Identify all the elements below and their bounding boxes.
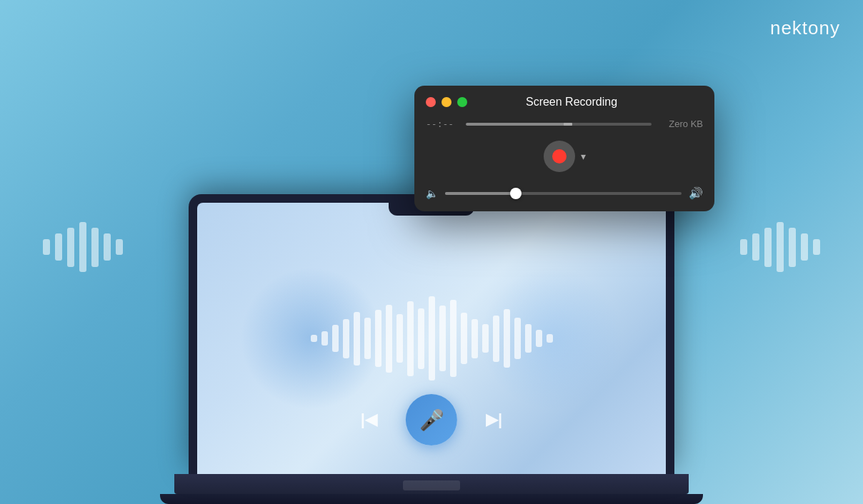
wave-bar — [536, 330, 542, 347]
timer-row: --:-- Zero KB — [414, 116, 714, 135]
laptop-screen: |◀ 🎤 ▶| — [197, 203, 666, 474]
wave-bar — [116, 239, 123, 255]
wave-bar — [525, 324, 532, 353]
wave-bar — [764, 228, 772, 267]
wave-bar — [311, 335, 317, 342]
progress-bar[interactable] — [466, 123, 652, 126]
wave-bar — [321, 331, 328, 346]
wave-bar — [332, 325, 339, 352]
wave-bar — [752, 233, 759, 261]
wave-bar — [407, 301, 414, 376]
record-dot-icon — [552, 149, 567, 163]
progress-fill — [466, 123, 568, 126]
volume-high-icon: 🔊 — [689, 186, 703, 200]
nektony-logo: nektony — [770, 17, 840, 39]
dropdown-arrow-icon[interactable]: ▾ — [581, 151, 586, 162]
wave-bar — [354, 312, 360, 366]
wave-bar — [493, 316, 499, 362]
laptop-screen-outer: |◀ 🎤 ▶| — [189, 194, 674, 474]
mic-button[interactable]: 🎤 — [406, 394, 457, 445]
wave-bar — [364, 318, 371, 359]
wave-bar — [504, 309, 510, 368]
volume-low-icon: 🔈 — [426, 188, 438, 199]
volume-fill — [445, 192, 516, 195]
wave-bar — [450, 300, 457, 377]
laptop-base — [174, 474, 689, 494]
wave-bar — [396, 314, 403, 363]
wave-bar — [482, 324, 489, 353]
maximize-button[interactable] — [457, 97, 467, 107]
wave-bar — [79, 222, 86, 272]
wave-bar — [386, 305, 392, 373]
wave-bar — [789, 228, 796, 267]
laptop-trackpad — [403, 480, 460, 490]
screen-recording-window: Screen Recording --:-- Zero KB ▾ 🔈 🔊 — [414, 86, 714, 211]
progress-thumb — [564, 123, 572, 126]
wave-bar — [461, 313, 467, 364]
record-button[interactable] — [544, 141, 575, 172]
wave-bar — [67, 228, 74, 267]
wave-bar — [91, 228, 99, 267]
wave-bar — [343, 319, 349, 358]
next-button[interactable]: ▶| — [486, 410, 502, 429]
wave-bar — [813, 239, 820, 255]
wave-bar — [472, 319, 478, 358]
waveform-right — [740, 222, 820, 272]
wave-bar — [514, 318, 521, 359]
wave-bar — [375, 310, 381, 367]
prev-button[interactable]: |◀ — [361, 410, 377, 429]
screen-controls: |◀ 🎤 ▶| — [361, 394, 502, 445]
close-button[interactable] — [426, 97, 436, 107]
waveform-inner — [197, 296, 666, 380]
laptop: |◀ 🎤 ▶| — [153, 194, 710, 504]
wave-bar — [547, 334, 553, 343]
wave-bar — [801, 233, 808, 261]
window-titlebar: Screen Recording — [414, 86, 714, 116]
wave-bar — [55, 233, 62, 261]
timer-display: --:-- — [426, 119, 457, 129]
window-title: Screen Recording — [473, 96, 670, 109]
wave-bar — [43, 239, 50, 255]
record-row: ▾ — [414, 135, 714, 181]
wave-bar — [429, 296, 435, 380]
volume-slider[interactable] — [445, 192, 682, 195]
wave-bar — [777, 222, 784, 272]
waveform-left — [43, 222, 123, 272]
minimize-button[interactable] — [442, 97, 452, 107]
laptop-bottom — [160, 494, 703, 504]
wave-bar — [104, 233, 111, 261]
volume-row: 🔈 🔊 — [414, 181, 714, 211]
mic-icon: 🎤 — [419, 408, 444, 432]
wave-bar — [439, 306, 446, 371]
wave-bar — [418, 308, 424, 369]
volume-thumb[interactable] — [510, 188, 522, 199]
file-size: Zero KB — [660, 119, 703, 129]
wave-bar — [740, 239, 747, 255]
